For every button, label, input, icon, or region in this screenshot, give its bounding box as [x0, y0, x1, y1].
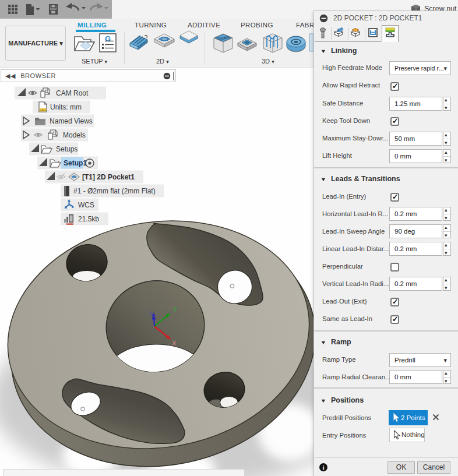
svg-text:21.5kb: 21.5kb — [78, 215, 99, 223]
svg-text:Y: Y — [172, 306, 177, 313]
svg-text:Named Views: Named Views — [50, 117, 93, 125]
svg-text:X: X — [171, 340, 177, 347]
svg-text:Setups: Setups — [56, 145, 77, 153]
svg-text:Units: mm: Units: mm — [50, 103, 82, 111]
svg-text:#1 - Ø2mm flat (2mm Flat): #1 - Ø2mm flat (2mm Flat) — [73, 187, 156, 195]
svg-text:[T1] 2D Pocket1: [T1] 2D Pocket1 — [82, 173, 135, 181]
svg-text:CAM Root: CAM Root — [56, 89, 89, 97]
svg-text:Models: Models — [63, 131, 86, 139]
svg-text:G: G — [105, 34, 111, 43]
svg-text:Setup1: Setup1 — [64, 159, 87, 167]
svg-text:WCS: WCS — [78, 201, 94, 209]
svg-text:Z: Z — [149, 310, 153, 316]
